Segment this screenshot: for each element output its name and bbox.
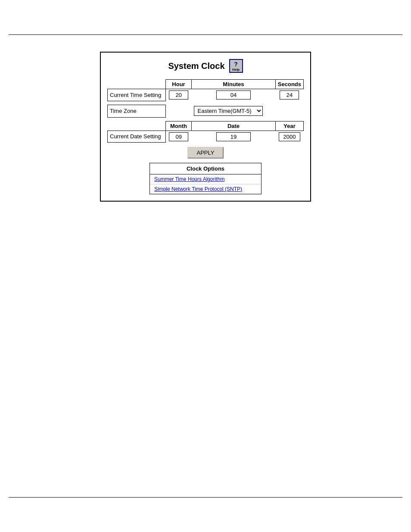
month-header: Month [166,121,192,131]
top-rule [9,34,402,35]
year-value-cell [276,131,304,143]
year-input[interactable] [279,132,300,141]
apply-row: APPLY [107,147,304,159]
minutes-value-cell [192,89,276,101]
date-input[interactable] [216,132,251,141]
timezone-label: Time Zone [108,105,166,117]
clock-options-box: Clock Options Summer Time Hours Algorith… [149,163,262,194]
help-button[interactable]: ? Help [229,59,243,73]
seconds-input[interactable] [280,90,299,100]
date-header: Date [192,121,276,131]
clock-options-title: Clock Options [150,163,261,174]
time-table: Hour Minutes Seconds Current Time Settin… [107,79,304,101]
summer-time-link[interactable]: Summer Time Hours Algorithm [150,174,261,184]
minutes-header: Minutes [192,80,276,89]
hour-header: Hour [166,80,192,89]
seconds-value-cell [275,89,303,101]
timezone-cell: Eastern Time(GMT-5) Central Time(GMT-6) … [192,105,276,117]
page-title: System Clock [168,61,224,71]
help-label: Help [232,68,240,72]
month-input[interactable] [169,132,188,141]
sntp-link[interactable]: Simple Network Time Protocol (SNTP) [150,184,261,194]
apply-button[interactable]: APPLY [187,147,224,159]
timezone-select[interactable]: Eastern Time(GMT-5) Central Time(GMT-6) … [194,106,263,116]
date-table: Month Date Year Current Date Setting [107,121,304,143]
hour-input[interactable] [169,90,188,100]
bottom-rule [9,497,402,498]
date-value-cell [192,131,276,143]
main-panel: System Clock ? Help Hour Minutes Seconds… [100,52,311,202]
hour-value-cell [166,89,192,101]
year-header: Year [276,121,304,131]
seconds-header: Seconds [275,80,303,89]
current-time-label: Current Time Setting [108,89,166,101]
title-row: System Clock ? Help [107,59,304,73]
month-value-cell [166,131,192,143]
minutes-input[interactable] [216,90,251,100]
current-date-label: Current Date Setting [108,131,166,143]
help-icon: ? [234,61,238,68]
timezone-table: Time Zone Eastern Time(GMT-5) Central Ti… [107,105,304,118]
